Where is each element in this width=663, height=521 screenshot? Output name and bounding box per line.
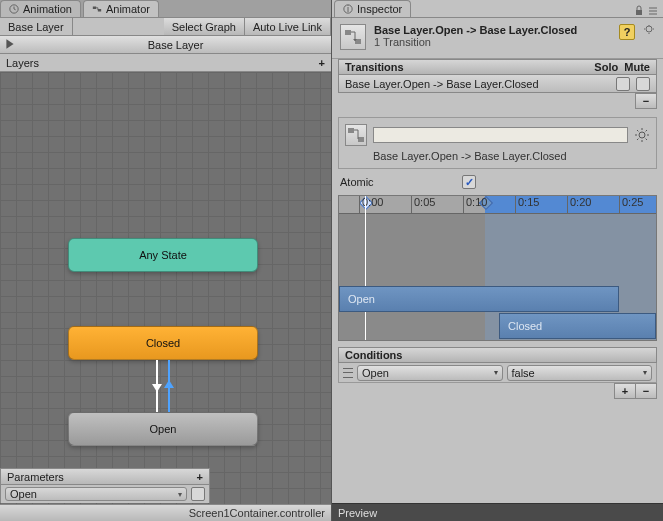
preview-label: Preview: [338, 507, 377, 519]
transitions-header-label: Transitions: [345, 61, 404, 73]
svg-rect-5: [636, 10, 642, 15]
svg-rect-1: [93, 7, 96, 10]
parameters-header: Parameters +: [1, 469, 209, 485]
svg-point-11: [639, 132, 645, 138]
play-icon[interactable]: [4, 38, 16, 52]
transition-icon-small: [345, 124, 367, 146]
clip-closed-label: Closed: [508, 320, 542, 332]
transition-icon: [340, 24, 366, 50]
remove-condition-button[interactable]: −: [635, 383, 657, 399]
condition-value-dropdown[interactable]: false ▾: [507, 365, 653, 381]
add-parameter-button[interactable]: +: [197, 471, 203, 483]
tab-inspector[interactable]: i Inspector: [334, 0, 411, 17]
timeline-clips: Open Closed: [339, 286, 656, 340]
parameter-row: Open ▾: [1, 485, 209, 503]
animator-panel: Animation Animator Base Layer Select Gra…: [0, 0, 332, 521]
layers-label: Layers: [6, 57, 39, 69]
transition-namebox: Base Layer.Open -> Base Layer.Closed: [338, 117, 657, 169]
condition-param-dropdown[interactable]: Open ▾: [357, 365, 503, 381]
conditions-section: Conditions Open ▾ false ▾ + −: [338, 347, 657, 401]
remove-transition-button[interactable]: −: [635, 93, 657, 109]
breadcrumb-base-label: Base Layer: [8, 21, 64, 33]
node-closed[interactable]: Closed: [68, 326, 258, 360]
component-menu-icon[interactable]: [643, 24, 655, 36]
inspector-title: Base Layer.Open -> Base Layer.Closed: [374, 24, 607, 36]
select-graph-label: Select Graph: [172, 21, 236, 33]
inspector-header: Base Layer.Open -> Base Layer.Closed 1 T…: [332, 18, 663, 59]
transition-name-caption: Base Layer.Open -> Base Layer.Closed: [345, 150, 650, 162]
transition-timeline[interactable]: 0:00 0:05 0:10 0:15 0:20 0:25 Open Close…: [338, 195, 657, 341]
svg-text:i: i: [347, 4, 349, 14]
clip-closed[interactable]: Closed: [499, 313, 656, 339]
tick: 0:15: [515, 196, 539, 213]
transitions-columns: Solo Mute: [594, 61, 650, 73]
tab-animation-label: Animation: [23, 3, 72, 15]
svg-rect-10: [358, 137, 364, 142]
status-bar: Screen1Container.controller: [0, 504, 331, 521]
help-icon[interactable]: ?: [619, 24, 635, 40]
lock-icon[interactable]: [633, 5, 645, 17]
layer-title: Base Layer: [20, 39, 331, 51]
tab-inspector-label: Inspector: [357, 3, 402, 15]
solo-column-label: Solo: [594, 61, 618, 73]
gear-icon[interactable]: [634, 127, 650, 143]
clip-open[interactable]: Open: [339, 286, 619, 312]
svg-point-8: [646, 26, 652, 32]
atomic-checkbox[interactable]: [462, 175, 476, 189]
conditions-header-label: Conditions: [345, 349, 402, 361]
svg-rect-2: [98, 9, 101, 12]
select-graph-button[interactable]: Select Graph: [164, 18, 245, 35]
add-layer-button[interactable]: +: [319, 57, 325, 69]
transition-mute-checkbox[interactable]: [636, 77, 650, 91]
transitions-section: Transitions Solo Mute Base Layer.Open ->…: [338, 59, 657, 111]
chevron-updown-icon: ▾: [494, 368, 498, 377]
svg-rect-9: [348, 128, 354, 133]
breadcrumb-base-layer[interactable]: Base Layer: [0, 18, 73, 35]
panel-menu-icon[interactable]: [647, 5, 659, 17]
parameter-name-label: Open: [10, 488, 37, 500]
transition-arrows[interactable]: [156, 360, 176, 412]
condition-row: Open ▾ false ▾: [338, 363, 657, 383]
left-tabrow: Animation Animator: [0, 0, 331, 18]
svg-rect-6: [345, 30, 351, 35]
auto-live-link-button[interactable]: Auto Live Link: [245, 18, 331, 35]
inspector-panel: i Inspector Base Layer.Open -> Base Laye…: [332, 0, 663, 521]
transition-row[interactable]: Base Layer.Open -> Base Layer.Closed: [338, 75, 657, 93]
node-open[interactable]: Open: [68, 412, 258, 446]
transition-name-input[interactable]: [373, 127, 628, 143]
tab-animator[interactable]: Animator: [83, 0, 159, 17]
parameter-checkbox[interactable]: [191, 487, 205, 501]
transition-solo-checkbox[interactable]: [616, 77, 630, 91]
chevron-updown-icon: ▾: [643, 368, 647, 377]
condition-value-label: false: [512, 367, 535, 379]
timeline-ruler[interactable]: 0:00 0:05 0:10 0:15 0:20 0:25: [339, 196, 656, 214]
node-any-state[interactable]: Any State: [68, 238, 258, 272]
breadcrumb-row: Base Layer Select Graph Auto Live Link: [0, 18, 331, 36]
state-graph[interactable]: Any State Closed Open: [0, 72, 331, 521]
node-open-label: Open: [150, 423, 177, 435]
clock-icon: [9, 4, 19, 14]
drag-handle-icon[interactable]: [343, 368, 353, 378]
layer-title-bar: Base Layer: [0, 36, 331, 54]
atomic-row: Atomic: [338, 175, 657, 189]
parameter-name-field[interactable]: Open ▾: [5, 487, 187, 501]
node-any-state-label: Any State: [139, 249, 187, 261]
transition-row-label: Base Layer.Open -> Base Layer.Closed: [345, 78, 610, 90]
conditions-header: Conditions: [338, 347, 657, 363]
tab-animation[interactable]: Animation: [0, 0, 81, 17]
inspector-subtitle: 1 Transition: [374, 36, 607, 48]
tick: 0:00: [359, 196, 383, 213]
info-icon: i: [343, 4, 353, 14]
mute-column-label: Mute: [624, 61, 650, 73]
add-condition-button[interactable]: +: [614, 383, 636, 399]
layers-header: Layers +: [0, 54, 331, 72]
parameters-header-label: Parameters: [7, 471, 64, 483]
preview-bar[interactable]: Preview: [332, 503, 663, 521]
clip-open-label: Open: [348, 293, 375, 305]
inspector-tabrow: i Inspector: [332, 0, 663, 18]
chevron-updown-icon: ▾: [178, 490, 182, 499]
animator-icon: [92, 4, 102, 14]
auto-live-link-label: Auto Live Link: [253, 21, 322, 33]
parameters-panel: Parameters + Open ▾: [0, 468, 210, 503]
condition-param-label: Open: [362, 367, 389, 379]
